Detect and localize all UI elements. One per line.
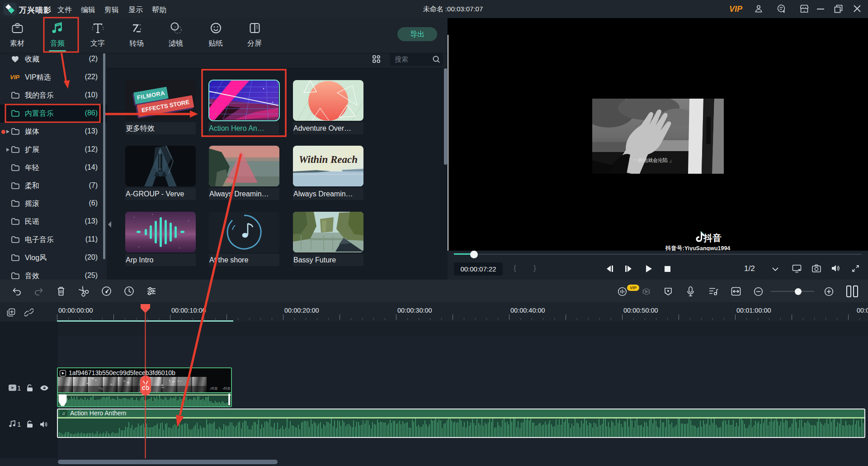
svg-text:Within Reach: Within Reach — [299, 154, 358, 165]
svg-text:「 一拥抱就会沦陷 」: 「 一拥抱就会沦陷 」 — [627, 157, 674, 163]
